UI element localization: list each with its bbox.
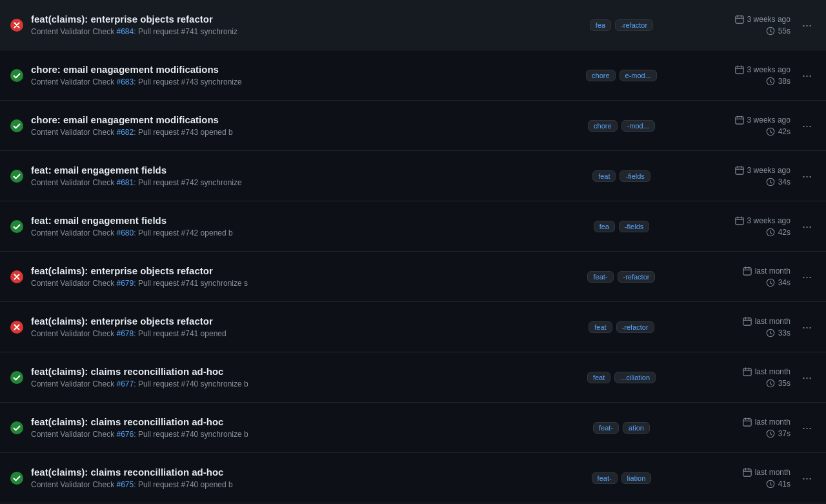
item-subtitle: Content Validator Check #683: Pull reque…: [31, 77, 543, 86]
item-subtitle: Content Validator Check #678: Pull reque…: [31, 329, 543, 338]
more-options-button[interactable]: ···: [798, 319, 816, 336]
svg-rect-13: [735, 116, 743, 123]
item-meta: last month 41s: [700, 468, 791, 489]
item-title: feat: email engagement fields: [31, 215, 543, 226]
status-icon-failed: [10, 321, 23, 334]
duration: 34s: [778, 278, 791, 287]
duration-row: 41s: [766, 479, 791, 489]
svg-rect-19: [735, 166, 743, 174]
time-ago: 3 weeks ago: [747, 15, 791, 24]
item-meta: 3 weeks ago 42s: [700, 116, 791, 136]
time-ago: last month: [755, 418, 791, 427]
tag-label: feat-: [593, 422, 619, 434]
workflow-item: feat: email engagement fields Content Va…: [0, 151, 826, 201]
duration-row: 55s: [766, 26, 791, 35]
item-subtitle: Content Validator Check #677: Pull reque…: [31, 379, 543, 388]
duration: 35s: [778, 379, 791, 388]
workflow-item: feat(claims): claims reconcilliation ad-…: [0, 453, 826, 503]
time-ago: 3 weeks ago: [747, 216, 791, 225]
duration-row: 37s: [766, 429, 791, 438]
status-icon-success: [10, 472, 23, 485]
status-icon-success: [10, 170, 23, 183]
item-tags: fea-fields: [550, 221, 692, 232]
item-tags: feat-refactor: [550, 321, 692, 333]
item-title: feat(claims): enterprise objects refacto…: [31, 265, 543, 276]
time-ago: last month: [755, 267, 791, 276]
svg-rect-7: [735, 66, 743, 73]
item-title: feat(claims): claims reconcilliation ad-…: [31, 416, 543, 427]
item-main-content: feat(claims): claims reconcilliation ad-…: [31, 416, 543, 439]
svg-point-54: [10, 472, 23, 485]
duration-row: 33s: [766, 328, 791, 338]
tag-label: ...ciliation: [614, 372, 656, 383]
item-title: feat(claims): claims reconcilliation ad-…: [31, 366, 543, 377]
svg-point-12: [10, 119, 23, 132]
workflow-item: feat(claims): enterprise objects refacto…: [0, 0, 826, 50]
item-meta: 3 weeks ago 38s: [700, 65, 791, 86]
more-options-button[interactable]: ···: [798, 117, 816, 134]
item-title: feat(claims): enterprise objects refacto…: [31, 316, 543, 327]
pr-link[interactable]: #677: [117, 379, 134, 388]
pr-link[interactable]: #682: [117, 128, 134, 137]
duration: 34s: [778, 177, 791, 186]
tag-label: -mod...: [621, 120, 655, 132]
more-options-button[interactable]: ···: [798, 268, 816, 285]
tag-label: -refactor: [615, 19, 653, 31]
pr-link[interactable]: #680: [117, 228, 134, 237]
item-subtitle: Content Validator Check #676: Pull reque…: [31, 430, 543, 439]
workflow-item: feat(claims): claims reconcilliation ad-…: [0, 352, 826, 403]
pr-link[interactable]: #676: [117, 430, 134, 439]
pr-link[interactable]: #681: [117, 178, 134, 187]
duration: 41s: [778, 479, 791, 489]
item-main-content: feat(claims): enterprise objects refacto…: [31, 265, 543, 288]
pr-link[interactable]: #675: [117, 480, 134, 489]
duration: 33s: [778, 328, 791, 338]
status-icon-success: [10, 421, 23, 434]
workflow-item: feat(claims): enterprise objects refacto…: [0, 252, 826, 302]
status-icon-success: [10, 119, 23, 132]
duration-row: 42s: [766, 127, 791, 136]
item-main-content: chore: email enagagement modifications C…: [31, 64, 543, 86]
status-icon-success: [10, 371, 23, 384]
tag-label: feat: [592, 170, 616, 182]
more-options-button[interactable]: ···: [798, 17, 816, 34]
more-options-button[interactable]: ···: [798, 168, 816, 185]
item-subtitle: Content Validator Check #675: Pull reque…: [31, 480, 543, 489]
svg-point-48: [10, 421, 23, 434]
tag-label: ation: [623, 422, 650, 434]
item-main-content: feat: email engagement fields Content Va…: [31, 165, 543, 187]
item-subtitle: Content Validator Check #681: Pull reque…: [31, 178, 543, 187]
more-options-button[interactable]: ···: [798, 369, 816, 386]
time-ago: 3 weeks ago: [747, 116, 791, 125]
item-subtitle: Content Validator Check #684: Pull reque…: [31, 27, 543, 36]
item-subtitle: Content Validator Check #680: Pull reque…: [31, 228, 543, 237]
duration-row: 34s: [766, 278, 791, 287]
duration: 42s: [778, 127, 791, 136]
pr-link[interactable]: #683: [117, 77, 134, 86]
item-tags: chore-mod...: [550, 120, 692, 132]
tag-label: fea: [590, 19, 611, 31]
duration-row: 42s: [766, 228, 791, 237]
item-meta: 3 weeks ago 55s: [700, 15, 791, 35]
pr-link[interactable]: #678: [117, 329, 134, 338]
tag-label: -refactor: [616, 321, 654, 333]
svg-rect-1: [735, 15, 743, 23]
item-main-content: chore: email enagagement modifications C…: [31, 114, 543, 137]
more-options-button[interactable]: ···: [798, 419, 816, 436]
time-ago-row: last month: [743, 317, 791, 326]
more-options-button[interactable]: ···: [798, 218, 816, 235]
more-options-button[interactable]: ···: [798, 470, 816, 487]
item-tags: fea-refactor: [550, 19, 692, 31]
tag-label: feat-: [592, 472, 618, 484]
status-icon-success: [10, 220, 23, 233]
item-meta: 3 weeks ago 42s: [700, 216, 791, 237]
tag-label: fea: [594, 221, 615, 232]
tag-label: liation: [621, 472, 652, 484]
more-options-button[interactable]: ···: [798, 67, 816, 84]
svg-rect-31: [743, 267, 751, 274]
pr-link[interactable]: #684: [117, 27, 134, 36]
svg-point-42: [10, 371, 23, 384]
workflow-item: chore: email enagagement modifications C…: [0, 50, 826, 101]
time-ago-row: last month: [743, 468, 791, 477]
pr-link[interactable]: #679: [117, 279, 134, 288]
